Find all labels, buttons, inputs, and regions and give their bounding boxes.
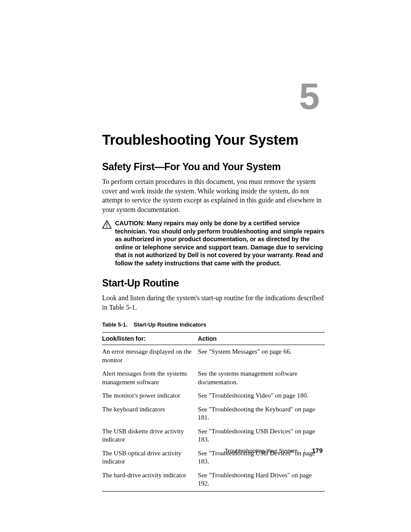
cell-action: See "Troubleshooting USB Devices" on pag… xyxy=(198,425,325,447)
table-row: An error message displayed on the monito… xyxy=(102,345,325,367)
footer-title: Troubleshooting Your System xyxy=(225,448,298,454)
caution-icon xyxy=(102,220,112,230)
caution-text: CAUTION: Many repairs may only be done b… xyxy=(115,219,325,267)
caution-body: Many repairs may only be done by a certi… xyxy=(115,220,324,266)
footer-separator: | xyxy=(304,448,305,454)
table-header-look: Look/listen for: xyxy=(102,333,198,345)
chapter-title: Troubleshooting Your System xyxy=(102,132,325,148)
cell-look: The monitor's power indicator xyxy=(102,389,198,403)
cell-look: Alert messages from the systems manageme… xyxy=(102,367,198,389)
table-row: The hard-drive activity indicator See "T… xyxy=(102,469,325,492)
table-row: The monitor's power indicator See "Troub… xyxy=(102,389,325,403)
cell-action: See "Troubleshooting the Keyboard" on pa… xyxy=(198,403,325,425)
table-caption-title: Start-Up Routine Indicators xyxy=(134,321,206,328)
cell-action: See "Troubleshooting Video" on page 180. xyxy=(198,389,325,403)
table-caption-number: Table 5-1. xyxy=(102,321,128,328)
body-text-safety: To perform certain procedures in this do… xyxy=(102,177,325,214)
body-text-startup: Look and listen during the system's star… xyxy=(102,293,325,312)
section-heading-startup: Start-Up Routine xyxy=(102,277,325,289)
table-row: Alert messages from the systems manageme… xyxy=(102,367,325,389)
table-row: The keyboard indicators See "Troubleshoo… xyxy=(102,403,325,425)
cell-look: The USB diskette drive activity indicato… xyxy=(102,425,198,447)
cell-look: An error message displayed on the monito… xyxy=(102,345,198,367)
cell-action: See "System Messages" on page 66. xyxy=(198,345,325,367)
startup-indicators-table: Look/listen for: Action An error message… xyxy=(102,332,325,492)
cell-action: See the systems management software docu… xyxy=(198,367,325,389)
table-caption: Table 5-1.Start-Up Routine Indicators xyxy=(102,321,325,328)
cell-look: The USB optical drive activity indicator xyxy=(102,447,198,469)
cell-look: The hard-drive activity indicator xyxy=(102,469,198,492)
footer-page-number: 179 xyxy=(312,447,323,454)
table-row: The USB diskette drive activity indicato… xyxy=(102,425,325,447)
section-heading-safety: Safety First—For You and Your System xyxy=(102,161,325,173)
chapter-number: 5 xyxy=(102,78,320,115)
cell-action: See "Troubleshooting Hard Drives" on pag… xyxy=(198,469,325,492)
page-footer: Troubleshooting Your System | 179 xyxy=(225,447,323,454)
svg-point-1 xyxy=(106,227,107,227)
cell-look: The keyboard indicators xyxy=(102,403,198,425)
caution-label: CAUTION: xyxy=(115,220,146,227)
caution-block: CAUTION: Many repairs may only be done b… xyxy=(102,219,325,267)
table-header-action: Action xyxy=(198,333,325,345)
